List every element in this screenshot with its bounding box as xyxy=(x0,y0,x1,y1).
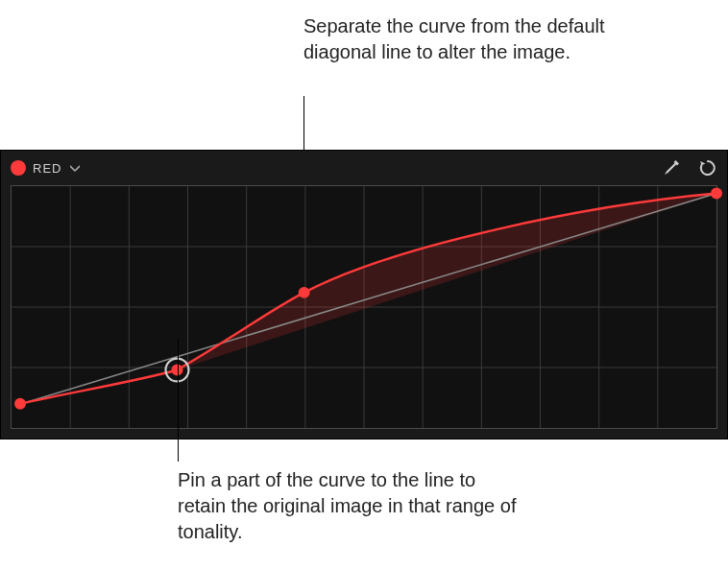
diagonal-reference-line xyxy=(20,194,716,405)
callout-line-bottom xyxy=(178,339,179,462)
channel-label: RED xyxy=(33,161,61,176)
panel-header: RED xyxy=(1,151,727,185)
curve-delta-region xyxy=(177,194,716,370)
curve-grid[interactable] xyxy=(11,185,717,429)
reset-icon[interactable] xyxy=(698,158,717,178)
color-curves-panel: RED xyxy=(0,150,728,439)
curve-point-highlights[interactable] xyxy=(711,188,722,200)
callout-text-top: Separate the curve from the default diag… xyxy=(303,13,630,65)
callout-text-bottom: Pin a part of the curve to the line to r… xyxy=(178,467,523,545)
curve-point-mid[interactable] xyxy=(299,287,310,298)
curve-point-shadows[interactable] xyxy=(14,398,26,410)
chevron-down-icon xyxy=(70,163,80,174)
channel-selector[interactable]: RED xyxy=(11,160,80,176)
eyedropper-icon[interactable] xyxy=(662,158,681,178)
channel-color-dot xyxy=(11,160,26,176)
